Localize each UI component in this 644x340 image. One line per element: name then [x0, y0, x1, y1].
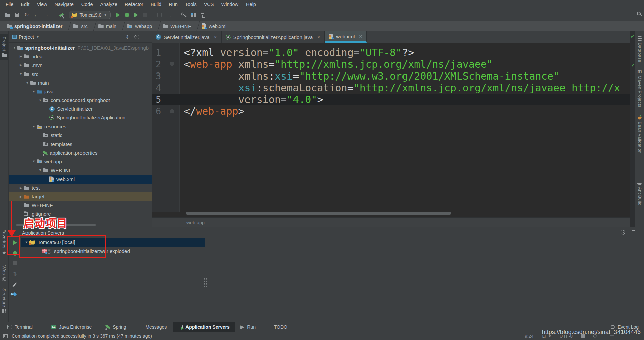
menu-item-file[interactable]: File [2, 2, 17, 7]
tree-item-servletinitializer[interactable]: CServletInitializer [9, 105, 152, 113]
stop-server-button[interactable] [13, 261, 17, 265]
tool-button-web[interactable]: Web [0, 263, 8, 284]
fold-marker-icon[interactable] [170, 109, 174, 113]
collapse-all-icon[interactable]: ⇕ [125, 34, 129, 39]
menu-item-tools[interactable]: Tools [181, 2, 200, 7]
debug-icon[interactable] [125, 13, 129, 17]
save-all-icon[interactable] [15, 13, 19, 17]
tree-expanded-arrow-icon[interactable]: ▼ [31, 125, 37, 128]
hide-panel-icon[interactable] [144, 37, 148, 37]
menu-item-build[interactable]: Build [147, 2, 165, 7]
build-project-icon[interactable] [59, 13, 64, 17]
tool-button-database[interactable]: Database [635, 34, 644, 65]
tool-button-structure[interactable]: Structure [0, 286, 8, 316]
tree-item-web-inf[interactable]: WEB-INF [9, 201, 152, 210]
run-icon[interactable] [116, 12, 120, 18]
tree-expanded-arrow-icon[interactable]: ▼ [12, 46, 17, 49]
back-icon[interactable]: ← [34, 12, 39, 17]
wrench-settings-icon[interactable] [181, 13, 186, 17]
run-configuration-combo[interactable]: Tomcat9.0▼ [69, 11, 111, 19]
tree-item--mvn[interactable]: ▶.mvn [9, 61, 152, 69]
breadcrumb-item-main[interactable]: main [95, 21, 120, 31]
menu-item-analyze[interactable]: Analyze [97, 2, 121, 7]
tree-item-application-properties[interactable]: application.properties [9, 148, 152, 157]
tree-item-springbootinitializerapplication[interactable]: SpringbootInitializerApplication [9, 113, 152, 122]
menu-item-refactor[interactable]: Refactor [121, 2, 147, 7]
tree-expanded-arrow-icon[interactable]: ▼ [31, 90, 37, 93]
editor-horizontal-scrollbar[interactable] [186, 212, 451, 215]
tree-expanded-arrow-icon[interactable]: ▼ [37, 168, 43, 172]
caret-position-widget[interactable]: 9:24 [525, 334, 533, 339]
menu-item-run[interactable]: Run [165, 2, 181, 7]
tree-item-java[interactable]: ▼java [9, 87, 152, 96]
menu-item-help[interactable]: Help [242, 2, 260, 7]
edit-configuration-icon[interactable] [13, 282, 17, 287]
menu-item-view[interactable]: View [33, 2, 51, 7]
editor-tab-ServletInitializer-java[interactable]: CServletInitializer.java✕ [152, 31, 222, 43]
close-tab-icon[interactable]: ✕ [317, 35, 320, 40]
tool-window-tab-messages[interactable]: ≡Messages [137, 322, 170, 332]
deployment-status-icon[interactable] [13, 292, 17, 296]
tool-window-toggle-icon[interactable] [3, 334, 8, 338]
tree-item--idea[interactable]: ▶.idea [9, 52, 152, 61]
tool-button-maven-projects[interactable]: mMaven Projects [635, 66, 644, 110]
open-file-icon[interactable] [5, 13, 10, 17]
tool-window-tab-java-enterprise[interactable]: EEJava Enterprise [48, 322, 95, 332]
close-tab-icon[interactable]: ✕ [214, 35, 217, 40]
tool-window-tab-run[interactable]: ▶Run [237, 322, 259, 332]
code-editor[interactable]: 1<?xml version="1.0" encoding="UTF-8"?>2… [152, 43, 630, 212]
tool-window-tab-todo[interactable]: ≡TODO [265, 322, 291, 332]
deploy-all-icon[interactable]: ⇅ [13, 271, 17, 276]
menu-item-edit[interactable]: Edit [17, 2, 33, 7]
tool-window-tab-terminal[interactable]: ›Terminal [4, 322, 36, 332]
fold-marker-icon[interactable] [170, 62, 174, 66]
code-line-3[interactable]: 3 xmlns:xsi="http://www.w3.org/2001/XMLS… [152, 70, 630, 82]
code-line-5[interactable]: 5 version="4.0"> [152, 94, 630, 105]
menu-item-code[interactable]: Code [77, 2, 97, 7]
code-line-2[interactable]: 2<web-app xmlns="http://xmlns.jcp.org/xm… [152, 58, 630, 70]
code-line-1[interactable]: 1<?xml version="1.0" encoding="UTF-8"?> [152, 47, 630, 58]
tree-item-test[interactable]: ▶test [9, 184, 152, 192]
editor-tab-web-xml[interactable]: web.xml✕ [325, 31, 367, 43]
tree-expanded-arrow-icon[interactable]: ▼ [18, 72, 24, 76]
tree-item-resources[interactable]: ▼resources [9, 122, 152, 131]
xml-element-breadcrumb[interactable]: web-app [186, 220, 205, 225]
tool-button-project[interactable]: Project [0, 34, 8, 60]
forward-icon[interactable]: → [44, 12, 49, 17]
sync-icon[interactable]: ↻ [24, 12, 29, 17]
menu-item-window[interactable]: Window [218, 2, 243, 7]
stop-icon[interactable] [143, 13, 147, 17]
tree-item-target[interactable]: ▶target [9, 192, 152, 201]
splitter-drag-handle[interactable] [204, 278, 207, 288]
tool-window-tab-spring[interactable]: Spring [102, 322, 129, 332]
menu-item-navigate[interactable]: Navigate [51, 2, 77, 7]
tree-collapsed-arrow-icon[interactable]: ▶ [18, 195, 24, 198]
tree-item-templates[interactable]: templates [9, 140, 152, 148]
tree-item-main[interactable]: ▼main [9, 78, 152, 87]
breadcrumb-item-springboot-initializer[interactable]: springboot-initializer [3, 21, 66, 31]
menu-item-vcs[interactable]: VCS [200, 2, 218, 7]
gear-icon[interactable] [621, 230, 625, 235]
tool-button-bean-validation[interactable]: Bean Validation [635, 114, 644, 156]
tree-expanded-arrow-icon[interactable]: ▼ [31, 160, 37, 163]
code-line-6[interactable]: 6</web-app> [152, 105, 630, 117]
tool-window-tab-application-servers[interactable]: Application Servers [173, 322, 235, 332]
tree-item-static[interactable]: static [9, 131, 152, 140]
editor-tab-SpringbootInitializerApplication-java[interactable]: SpringbootInitializerApplication.java✕ [222, 31, 325, 43]
project-panel-header[interactable]: Project ▼ ⇕ [9, 31, 152, 43]
project-structure-icon[interactable] [191, 13, 193, 15]
code-line-4[interactable]: 4 xsi:schemaLocation="http://xmlns.jcp.o… [152, 82, 630, 94]
breadcrumb-item-webapp[interactable]: webapp [124, 21, 155, 31]
deploy-icon[interactable] [157, 13, 162, 17]
tree-collapsed-arrow-icon[interactable]: ▶ [18, 63, 24, 67]
tree-expanded-arrow-icon[interactable]: ▼ [24, 81, 30, 84]
tool-button-ant-build[interactable]: Ant Build [635, 180, 644, 208]
breadcrumb-item-src[interactable]: src [70, 21, 91, 31]
tree-item-springboot-initializer[interactable]: ▼springboot-initializerF:\01_IDEA\01_Jav… [9, 43, 152, 52]
gear-icon[interactable] [134, 35, 139, 39]
breadcrumb-item-WEB-INF[interactable]: WEB-INF [159, 21, 194, 31]
editor-error-stripe[interactable]: ✔ [630, 31, 635, 227]
copy-settings-icon[interactable] [201, 13, 204, 16]
tree-item-src[interactable]: ▼src [9, 69, 152, 78]
tree-item-webapp[interactable]: ▼webapp [9, 157, 152, 166]
